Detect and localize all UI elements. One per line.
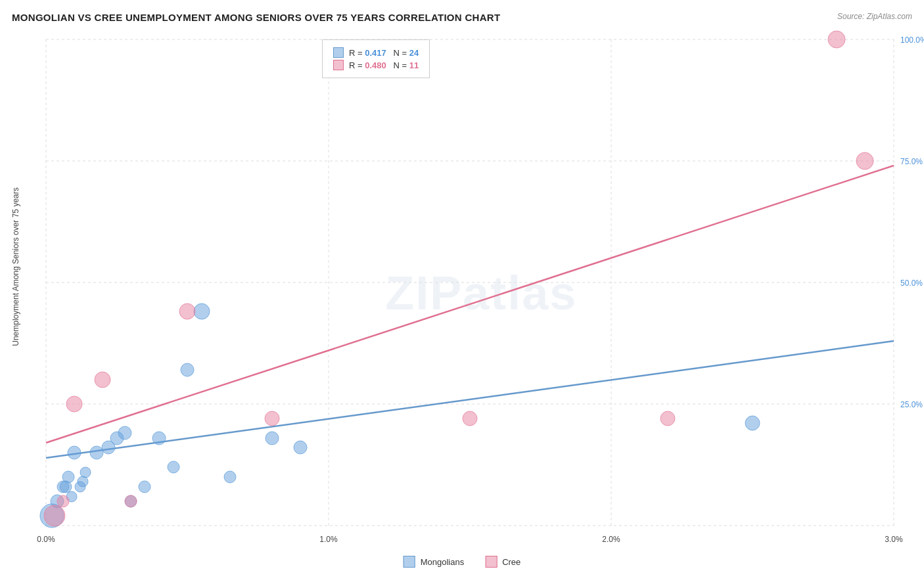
svg-point-29 [90,446,103,459]
svg-point-47 [125,495,137,507]
bottom-legend-cree: Cree [485,556,520,568]
bottom-mongolians-swatch [404,556,415,568]
svg-text:25.0%: 25.0% [900,400,923,409]
svg-point-39 [224,471,236,483]
legend-box: R = 0.417 N = 24 R = 0.480 N = 11 [322,39,430,78]
svg-point-25 [68,446,81,459]
svg-point-42 [745,416,760,430]
chart-container: MONGOLIAN VS CREE UNEMPLOYMENT AMONG SEN… [0,0,924,586]
svg-point-34 [139,481,150,493]
svg-text:1.0%: 1.0% [319,535,338,544]
svg-point-35 [152,432,166,445]
svg-point-27 [78,476,88,487]
svg-point-44 [57,495,69,507]
svg-point-38 [194,304,210,319]
svg-point-36 [168,461,179,473]
svg-text:50.0%: 50.0% [900,279,923,288]
svg-point-32 [118,426,131,440]
svg-text:100.0%: 100.0% [900,35,924,45]
scatter-chart: 100.0% 75.0% 50.0% 25.0% 0.0% 1.0% 2.0% … [0,0,924,586]
legend-row-mongolians: R = 0.417 N = 24 [333,47,419,58]
svg-point-28 [80,467,91,478]
cree-legend-text: R = 0.480 N = 11 [349,60,419,70]
svg-point-52 [828,31,845,48]
svg-text:0.0%: 0.0% [37,535,55,544]
cree-swatch [333,60,344,70]
svg-point-41 [294,441,307,454]
bottom-cree-swatch [485,556,497,568]
svg-point-23 [62,471,74,483]
svg-point-50 [463,411,477,426]
svg-text:2.0%: 2.0% [602,535,620,544]
mongolians-swatch [333,47,344,58]
bottom-mongolians-label: Mongolians [421,557,465,567]
bottom-cree-label: Cree [502,557,520,567]
bottom-legend-mongolians: Mongolians [404,556,465,568]
svg-point-37 [181,363,194,376]
svg-point-46 [95,372,110,388]
svg-point-40 [266,432,279,445]
legend-row-cree: R = 0.480 N = 11 [333,60,419,70]
svg-line-17 [46,341,894,458]
svg-line-18 [46,166,894,443]
svg-point-51 [660,411,675,426]
svg-point-53 [856,152,873,169]
svg-point-49 [265,411,279,426]
svg-text:3.0%: 3.0% [885,535,903,544]
svg-point-45 [66,396,82,412]
svg-point-43 [44,505,65,526]
bottom-legend: Mongolians Cree [404,556,521,568]
svg-point-48 [179,304,195,319]
svg-text:75.0%: 75.0% [900,157,923,166]
mongolians-legend-text: R = 0.417 N = 24 [349,48,419,58]
